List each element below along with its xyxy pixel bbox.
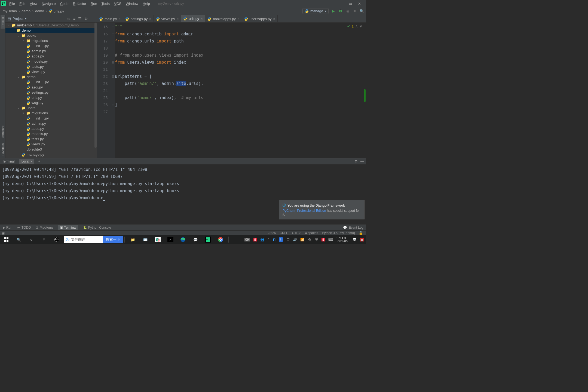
start-button[interactable] bbox=[0, 235, 13, 244]
terminal-settings-icon[interactable]: ⚙ bbox=[354, 159, 358, 163]
caret-position[interactable]: 23:26 bbox=[268, 231, 276, 235]
project-header-label[interactable]: Project bbox=[13, 17, 23, 21]
menu-run[interactable]: Run bbox=[88, 2, 99, 6]
bottom-tool-terminal[interactable]: ▣Terminal bbox=[58, 225, 78, 230]
editor-tab[interactable]: urls.py× bbox=[181, 15, 205, 22]
tree-item[interactable]: __init__.py bbox=[5, 43, 97, 48]
fold-gutter[interactable]: ⊟⊟⊟⊟⊟ bbox=[111, 23, 115, 158]
menu-file[interactable]: File bbox=[7, 2, 17, 6]
tree-item[interactable]: admin.py bbox=[5, 48, 97, 54]
tree-item[interactable]: apps.py bbox=[5, 54, 97, 59]
file-encoding[interactable]: UTF-8 bbox=[292, 231, 301, 235]
next-highlight-icon[interactable]: ∨ bbox=[360, 24, 362, 28]
hide-button[interactable]: — bbox=[91, 17, 94, 21]
event-log-icon[interactable]: 💬 bbox=[343, 226, 347, 229]
structure-tool-button[interactable]: Structure bbox=[1, 123, 4, 140]
tree-item[interactable]: ▫db.sqlite3 bbox=[5, 147, 97, 152]
ime-mode-icon[interactable]: ⌨ bbox=[328, 238, 333, 241]
breadcrumb-item[interactable]: demo bbox=[35, 9, 44, 13]
notification-link[interactable]: PyCharm Professional Edition bbox=[283, 209, 326, 213]
close-icon[interactable]: ✕ bbox=[358, 2, 362, 5]
add-terminal-button[interactable]: + bbox=[38, 160, 40, 163]
tree-item[interactable]: >📁migrations bbox=[5, 111, 97, 116]
menu-edit[interactable]: Edit bbox=[17, 2, 27, 6]
bottom-tool-run[interactable]: ▶Run bbox=[3, 226, 12, 229]
notifications-icon[interactable]: 💬 bbox=[353, 238, 357, 241]
chevron-down-icon[interactable]: ▾ bbox=[25, 17, 26, 20]
menu-tools[interactable]: Tools bbox=[99, 2, 112, 6]
security-icon[interactable]: 🛡 bbox=[286, 238, 290, 241]
editor-tab[interactable]: settings.py× bbox=[123, 15, 154, 22]
maximize-icon[interactable]: ▭ bbox=[349, 2, 353, 5]
stop-button[interactable]: ■ bbox=[353, 9, 357, 13]
notification-popup[interactable]: ⓘ You are using the Django Framework PyC… bbox=[279, 200, 365, 219]
tree-item[interactable]: >📁migrations bbox=[5, 38, 97, 43]
minimize-icon[interactable]: — bbox=[339, 2, 343, 5]
tree-item[interactable]: tests.py bbox=[5, 136, 97, 142]
tree-item[interactable]: ⌄📁demo bbox=[5, 28, 97, 33]
terminal-output[interactable]: [09/Aug/2021 09:47:48] "GET /favicon.ico… bbox=[0, 164, 366, 203]
ime-lang-icon[interactable]: 英 bbox=[315, 237, 318, 242]
close-icon[interactable]: × bbox=[177, 17, 179, 21]
code-editor[interactable]: """from django.contrib import adminfrom … bbox=[115, 23, 203, 158]
tree-item[interactable]: manage.py bbox=[5, 152, 97, 157]
search-go-button[interactable]: 搜索一下 bbox=[103, 236, 123, 243]
tray-people-icon[interactable]: 👥 bbox=[260, 238, 264, 241]
scrollbar[interactable] bbox=[94, 23, 97, 148]
close-icon[interactable]: × bbox=[201, 17, 203, 21]
tree-item[interactable]: ⌄📁myDemoC:\Users\1\Desktop\myDemo bbox=[5, 23, 97, 28]
tree-item[interactable]: ⌄📁books bbox=[5, 33, 97, 38]
editor-tab[interactable]: views.py× bbox=[154, 15, 181, 22]
expand-all-button[interactable]: ≡ bbox=[73, 17, 75, 21]
breadcrumb-item[interactable]: demo bbox=[22, 9, 30, 13]
breadcrumb-item[interactable]: myDemo bbox=[3, 9, 17, 13]
run-with-coverage-button[interactable]: ◉ bbox=[345, 9, 350, 13]
menu-view[interactable]: View bbox=[27, 2, 39, 6]
run-configuration-select[interactable]: manage ▾ bbox=[302, 8, 329, 14]
tree-item[interactable]: __init__.py bbox=[5, 79, 97, 85]
project-tool-button[interactable]: Project bbox=[1, 15, 5, 29]
bottom-tool-todo[interactable]: ≔TODO bbox=[17, 226, 31, 229]
select-opened-file-button[interactable]: ⊕ bbox=[67, 17, 71, 21]
prev-highlight-icon[interactable]: ∧ bbox=[355, 24, 358, 28]
menu-help[interactable]: Help bbox=[140, 2, 152, 6]
toolbox-icon[interactable]: ▣ bbox=[2, 231, 5, 235]
tree-item[interactable]: settings.py bbox=[5, 90, 97, 95]
bluetooth-icon[interactable]: ᛒ bbox=[279, 237, 283, 242]
pycharm-taskbar-icon[interactable]: PC bbox=[202, 235, 214, 244]
close-icon[interactable]: × bbox=[149, 17, 151, 21]
store-icon[interactable]: 🛍️ bbox=[152, 235, 164, 244]
run-button[interactable]: ▶ bbox=[331, 9, 336, 13]
tree-item[interactable]: models.py bbox=[5, 131, 97, 136]
tree-item[interactable]: ⌄📁demo bbox=[5, 74, 97, 79]
event-log-button[interactable]: Event Log bbox=[349, 226, 363, 229]
editor-tab[interactable]: users\apps.py× bbox=[242, 15, 278, 22]
settings-icon[interactable]: ⚙ bbox=[84, 17, 88, 21]
editor-tab[interactable]: main.py× bbox=[97, 15, 123, 22]
ie-search-box[interactable]: ⓔ 文件翻译 bbox=[64, 236, 103, 243]
bottom-tool-problems[interactable]: ⊘Problems bbox=[36, 226, 53, 229]
close-icon[interactable]: × bbox=[119, 17, 121, 21]
tray-item[interactable]: CH bbox=[244, 238, 250, 241]
menu-navigate[interactable]: Navigate bbox=[39, 2, 58, 6]
sogou-icon-2[interactable]: S bbox=[321, 238, 325, 241]
menu-window[interactable]: Window bbox=[124, 2, 140, 6]
terminal-tab-local[interactable]: Local × bbox=[19, 159, 35, 164]
chrome-icon[interactable] bbox=[214, 235, 227, 244]
hide-terminal-icon[interactable]: — bbox=[360, 159, 364, 163]
tree-item[interactable]: admin.py bbox=[5, 121, 97, 126]
search-everywhere-button[interactable]: 🔍 bbox=[360, 9, 364, 13]
tree-item[interactable]: views.py bbox=[5, 142, 97, 147]
sogou-icon[interactable]: S bbox=[253, 238, 257, 241]
search-icon[interactable]: 🔍 bbox=[13, 235, 25, 244]
close-icon[interactable]: × bbox=[273, 17, 275, 21]
editor-tab[interactable]: books\apps.py× bbox=[205, 15, 242, 22]
menu-refactor[interactable]: Refactor bbox=[71, 2, 88, 6]
lock-icon[interactable]: 🔓 bbox=[359, 231, 363, 235]
cmd-icon[interactable]: >_ bbox=[164, 235, 177, 244]
wifi-icon[interactable]: 📶 bbox=[300, 238, 304, 241]
close-icon[interactable]: × bbox=[30, 160, 32, 163]
wechat-icon[interactable]: 💬 bbox=[189, 235, 202, 244]
mail-icon[interactable]: ✉️ bbox=[139, 235, 152, 244]
menu-code[interactable]: Code bbox=[58, 2, 71, 6]
